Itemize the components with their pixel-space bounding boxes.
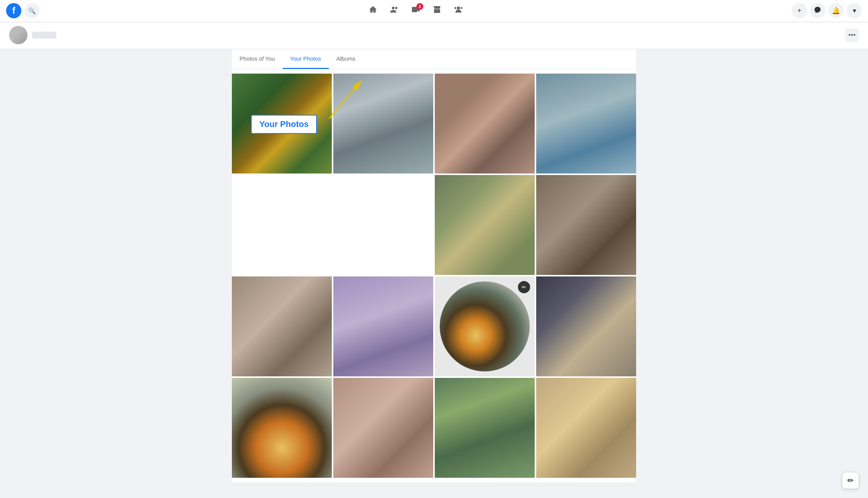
- marketplace-icon: [432, 5, 442, 16]
- photo-item[interactable]: [232, 378, 332, 478]
- notifications-icon: 🔔: [832, 6, 840, 15]
- menu-button[interactable]: ▾: [847, 3, 862, 18]
- more-icon: •••: [849, 31, 856, 39]
- photo-item[interactable]: [536, 175, 636, 275]
- photo-item[interactable]: [536, 276, 636, 376]
- photo-item[interactable]: [435, 378, 535, 478]
- home-button[interactable]: [364, 2, 382, 20]
- notifications-button[interactable]: 🔔: [828, 3, 844, 18]
- svg-point-6: [457, 6, 460, 10]
- nav-left: f 🔍: [6, 3, 40, 18]
- top-navigation: f 🔍: [0, 0, 868, 21]
- messenger-button[interactable]: [810, 3, 825, 18]
- edit-photo-button[interactable]: ✏: [518, 281, 530, 293]
- profile-name: [32, 32, 56, 39]
- photo-item[interactable]: [333, 378, 433, 478]
- tab-your-photos[interactable]: Your Photos: [283, 49, 329, 69]
- photo-item[interactable]: [536, 74, 636, 173]
- menu-icon: ▾: [853, 6, 856, 15]
- svg-point-8: [461, 7, 463, 9]
- header-profile: [9, 26, 56, 44]
- photo-item-profile[interactable]: ✏: [435, 276, 535, 376]
- messenger-icon: [814, 6, 821, 16]
- friends-button[interactable]: [385, 2, 403, 20]
- more-options-button[interactable]: •••: [845, 28, 859, 42]
- photo-item[interactable]: [232, 74, 332, 173]
- marketplace-button[interactable]: [428, 2, 446, 20]
- photo-item[interactable]: [435, 74, 535, 173]
- home-icon: [368, 5, 378, 16]
- photo-item[interactable]: [333, 276, 433, 376]
- friends-icon: [390, 5, 399, 16]
- photo-item[interactable]: [232, 276, 332, 376]
- photo-item[interactable]: [333, 74, 433, 173]
- photo-grid: ✏: [232, 74, 636, 478]
- compose-icon: ✏: [847, 476, 854, 485]
- nav-right: + 🔔 ▾: [792, 3, 862, 18]
- groups-button[interactable]: [449, 2, 468, 20]
- main-content: Photos of You Your Photos Albums: [224, 49, 644, 482]
- video-badge: 2: [416, 3, 423, 10]
- groups-icon: [454, 5, 463, 16]
- svg-point-0: [392, 7, 395, 10]
- tab-albums[interactable]: Albums: [329, 49, 363, 69]
- header-bar: •••: [0, 21, 868, 49]
- tab-photos-of-you[interactable]: Photos of You: [232, 49, 283, 69]
- photo-tabs: Photos of You Your Photos Albums: [232, 49, 636, 69]
- search-icon: 🔍: [28, 7, 36, 14]
- nav-center: 2: [364, 2, 468, 20]
- avatar: [9, 26, 27, 44]
- svg-rect-4: [434, 9, 440, 13]
- svg-point-1: [395, 7, 397, 9]
- facebook-logo[interactable]: f: [6, 3, 21, 18]
- photo-grid-wrapper: Your Photos: [232, 69, 636, 482]
- add-icon: +: [797, 7, 802, 15]
- search-button[interactable]: 🔍: [24, 3, 40, 18]
- floating-action-button[interactable]: ✏: [842, 472, 859, 489]
- photo-item[interactable]: [536, 378, 636, 478]
- svg-point-7: [455, 7, 457, 9]
- add-button[interactable]: +: [792, 3, 807, 18]
- photo-item[interactable]: [435, 175, 535, 275]
- video-button[interactable]: 2: [407, 2, 425, 20]
